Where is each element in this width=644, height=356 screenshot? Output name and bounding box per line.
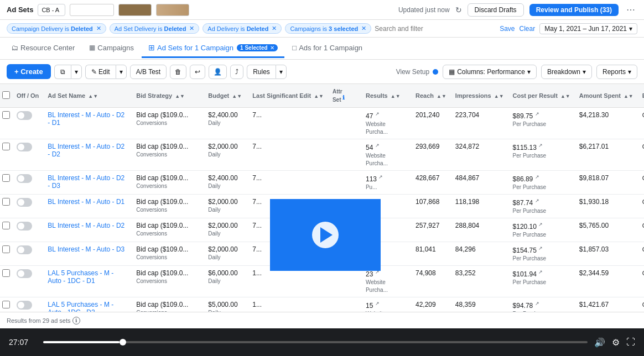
row-toggle[interactable] [17,222,32,231]
last-edit-header[interactable]: Last Significant Edit ▲▼ [248,84,328,108]
ad-set-name-link[interactable]: BL Interest - M - Auto - D3 [48,245,124,253]
row-toggle-cell[interactable] [12,139,43,171]
remove-filter-chip[interactable]: ✕ [96,25,101,32]
bid-strategy-header[interactable]: Bid Strategy ▲▼ [132,84,204,108]
ad-set-name-link[interactable]: BL Interest - M - Auto - D2 - D2 [48,143,124,158]
columns-button[interactable]: ▦ Columns: Performance ▾ [443,65,537,79]
table-container[interactable]: Off / On Ad Set Name ▲▼ Bid Strategy ▲▼ … [0,84,644,312]
row-checkbox[interactable] [2,269,10,277]
row-toggle-cell[interactable] [12,171,43,195]
select-all-header[interactable] [0,84,12,108]
ad-set-name-header[interactable]: Ad Set Name ▲▼ [43,84,132,108]
remove-filter-chip3[interactable]: ✕ [272,25,277,32]
row-toggle[interactable] [17,301,32,310]
reach-header[interactable]: Reach ▲▼ [411,84,451,108]
duplicate-dropdown-button[interactable]: ▾ [71,65,82,79]
attr-info-icon[interactable]: ℹ [342,95,345,101]
ends-header[interactable]: Ends ▲▼ [638,84,644,108]
remove-filter-chip4[interactable]: ✕ [361,25,366,32]
ad-set-name-link[interactable]: LAL 5 Purchases - M - Auto - 1DC - D2 [48,301,113,312]
impressions-header[interactable]: Impressions ▲▼ [451,84,508,108]
video-progress-dot[interactable] [120,339,126,345]
create-button[interactable]: + Create [7,64,51,79]
video-overlay[interactable] [270,199,381,271]
view-setup[interactable]: View Setup [396,68,439,76]
badge-close-button[interactable]: ✕ [269,45,274,51]
budget-header[interactable]: Budget ▲▼ [204,84,248,108]
row-checkbox-cell[interactable] [0,297,12,312]
ad-set-name-link[interactable]: BL Interest - M - Auto - D2 - D3 [48,174,124,190]
fullscreen-icon[interactable]: ⛶ [626,337,635,347]
ab-test-button[interactable]: A/B Test [130,65,167,79]
rules-dropdown-button[interactable]: ▾ [276,65,287,79]
row-checkbox-cell[interactable] [0,195,12,218]
search-input[interactable] [375,25,496,33]
row-checkbox-cell[interactable] [0,242,12,266]
row-toggle[interactable] [17,245,32,254]
row-checkbox[interactable] [2,198,10,206]
video-progress-track[interactable] [43,341,588,343]
select-all-checkbox[interactable] [2,91,10,99]
filter-chip-adset-delivery[interactable]: Ad Set Delivery is Deleted ✕ [110,23,200,34]
duplicate-button[interactable]: ⧉ [54,65,71,79]
edit-dropdown-button[interactable]: ▾ [116,65,127,79]
row-checkbox-cell[interactable] [0,139,12,171]
clear-filter-link[interactable]: Clear [520,25,536,33]
row-toggle[interactable] [17,143,32,151]
row-toggle-cell[interactable] [12,266,43,297]
row-toggle-cell[interactable] [12,218,43,242]
rules-button[interactable]: Rules [247,65,276,79]
remove-filter-chip2[interactable]: ✕ [189,25,194,32]
ad-set-name-link[interactable]: BL Interest - M - Auto - D2 - D1 [48,111,124,127]
breakdown-button[interactable]: Breakdown ▾ [541,65,592,79]
row-toggle[interactable] [17,111,32,120]
row-toggle-cell[interactable] [12,195,43,218]
tab-resource-center[interactable]: 🗂 Resource Center [4,39,81,58]
deactivate-button[interactable]: 👤 [209,65,227,79]
row-toggle-cell[interactable] [12,108,43,139]
results-info-icon[interactable]: ℹ [72,317,80,324]
edit-button[interactable]: ✎ Edit [85,65,116,79]
tab-ad-sets[interactable]: ⊞ Ad Sets for 1 Campaign 1 Selected ✕ [142,39,284,58]
row-checkbox[interactable] [2,111,10,119]
ad-set-name-link[interactable]: BL Interest - M - Auto - D2 [48,222,124,229]
refresh-icon[interactable]: ↻ [455,6,462,14]
reports-button[interactable]: Reports ▾ [596,65,637,79]
delete-button[interactable]: 🗑 [170,65,186,79]
campaign-input[interactable] [38,4,65,16]
row-toggle[interactable] [17,198,32,207]
more-options-button[interactable]: ⋯ [624,3,637,16]
export-button[interactable]: ⤴ [230,65,243,79]
save-filter-link[interactable]: Save [500,25,515,33]
row-checkbox-cell[interactable] [0,108,12,139]
discard-drafts-button[interactable]: Discard Drafts [468,3,524,17]
cost-per-result-header[interactable]: Cost per Result ▲▼ [508,84,575,108]
row-toggle-cell[interactable] [12,242,43,266]
filter-chip-campaign-delivery[interactable]: Campaign Delivery is Deleted ✕ [7,23,106,34]
settings-icon[interactable]: ⚙ [612,337,620,348]
row-checkbox[interactable] [2,222,10,229]
ad-set-name-link[interactable]: BL Interest - M - Auto - D1 [48,198,124,206]
row-checkbox[interactable] [2,245,10,253]
row-checkbox[interactable] [2,174,10,182]
volume-icon[interactable]: 🔊 [594,337,605,348]
row-toggle[interactable] [17,269,32,278]
ad-set-name-link[interactable]: LAL 5 Purchases - M - Auto - 1DC - D1 [48,269,113,285]
results-header[interactable]: Results ▲▼ [361,84,411,108]
row-toggle-cell[interactable] [12,297,43,312]
row-checkbox-cell[interactable] [0,171,12,195]
row-checkbox[interactable] [2,143,10,150]
play-button[interactable] [312,222,339,248]
filter-chip-campaigns[interactable]: Campaigns is 3 selected ✕ [285,23,371,34]
filter-chip-ad-delivery[interactable]: Ad Delivery is Deleted ✕ [202,23,282,34]
date-range-picker[interactable]: May 1, 2021 – Jun 17, 2021 ▾ [539,23,637,34]
undo-button[interactable]: ↩ [190,65,205,79]
row-checkbox[interactable] [2,301,10,308]
tab-campaigns[interactable]: ▦ Campaigns [82,39,141,58]
row-toggle[interactable] [17,174,32,183]
row-checkbox-cell[interactable] [0,266,12,297]
row-checkbox-cell[interactable] [0,218,12,242]
attr-set-header[interactable]: AttrSet ℹ [328,84,361,108]
tab-ads[interactable]: □ Ads for 1 Campaign [285,39,369,58]
review-publish-button[interactable]: Review and Publish (33) [529,4,619,16]
